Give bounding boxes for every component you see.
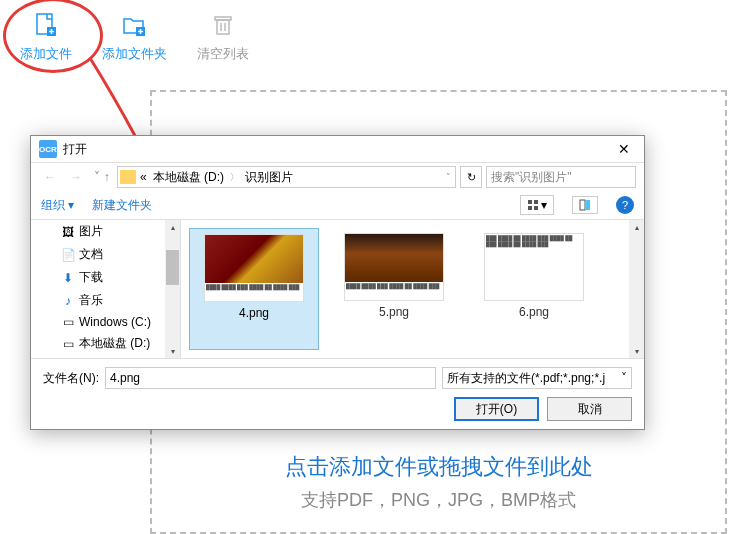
folder-tree: 🖼图片 📄文档 ⬇下载 ♪音乐 ▭Windows (C:) ▭本地磁盘 (D:)… (31, 220, 181, 358)
add-file-button[interactable]: 添加文件 (20, 10, 72, 63)
add-file-icon (26, 10, 66, 40)
file-open-dialog: OCR 打开 ✕ ← → ˅ ↑ « 本地磁盘 (D:) 〉 识别图片 ˅ ↻ … (30, 135, 645, 430)
documents-icon: 📄 (61, 248, 75, 262)
help-button[interactable]: ? (616, 196, 634, 214)
open-button[interactable]: 打开(O) (454, 397, 539, 421)
file-thumbnail: ████ ████ ███ ████ ██ ████ ███ (344, 233, 444, 301)
search-placeholder: 搜索"识别图片" (491, 169, 572, 186)
refresh-button[interactable]: ↻ (460, 166, 482, 188)
dialog-body: 🖼图片 📄文档 ⬇下载 ♪音乐 ▭Windows (C:) ▭本地磁盘 (D:)… (31, 220, 644, 359)
organize-button[interactable]: 组织 ▾ (41, 197, 74, 214)
svg-rect-8 (215, 17, 231, 20)
tree-scrollbar[interactable]: ▴ ▾ (165, 220, 180, 358)
chevron-icon: 〉 (228, 171, 241, 184)
dialog-toolbar: 组织 ▾ 新建文件夹 ▾ ? (31, 191, 644, 220)
svg-rect-7 (217, 20, 229, 34)
file-thumbnail: ███ ████ ██ ████ ███ ████ ██ ███ ████ ██… (484, 233, 584, 301)
add-file-label: 添加文件 (20, 45, 72, 63)
tree-pictures[interactable]: 🖼图片 (31, 220, 180, 243)
filename-label: 文件名(N): (43, 370, 99, 387)
top-toolbar: 添加文件 添加文件夹 清空列表 (0, 0, 747, 73)
folder-icon (120, 170, 136, 184)
svg-rect-16 (580, 200, 585, 210)
drive-icon: ▭ (61, 337, 75, 351)
dialog-title-text: 打开 (63, 141, 612, 158)
file-thumbnail: ████ ████ ███ ████ ██ ████ ███ (204, 234, 304, 302)
filename-input[interactable] (105, 367, 436, 389)
new-folder-button[interactable]: 新建文件夹 (92, 197, 152, 214)
dropzone-main-text: 点击添加文件或拖拽文件到此处 (285, 452, 593, 482)
file-item[interactable]: ███ ████ ██ ████ ███ ████ ██ ███ ████ ██… (469, 228, 599, 350)
close-button[interactable]: ✕ (612, 141, 636, 157)
file-name: 5.png (379, 305, 409, 319)
breadcrumb[interactable]: « 本地磁盘 (D:) 〉 识别图片 ˅ (117, 166, 456, 188)
svg-rect-14 (528, 206, 532, 210)
file-item-selected[interactable]: ████ ████ ███ ████ ██ ████ ███ 4.png (189, 228, 319, 350)
file-name: 6.png (519, 305, 549, 319)
breadcrumb-folder[interactable]: 识别图片 (243, 169, 295, 186)
add-folder-button[interactable]: 添加文件夹 (102, 10, 167, 63)
add-folder-icon (115, 10, 155, 40)
file-name: 4.png (239, 306, 269, 320)
cancel-button[interactable]: 取消 (547, 397, 632, 421)
up-button[interactable]: ˅ ↑ (91, 166, 113, 188)
back-button[interactable]: ← (39, 166, 61, 188)
add-folder-label: 添加文件夹 (102, 45, 167, 63)
dropzone-sub-text: 支持PDF，PNG，JPG，BMP格式 (301, 488, 576, 512)
breadcrumb-drive[interactable]: 本地磁盘 (D:) (151, 169, 226, 186)
filter-select[interactable]: 所有支持的文件(*.pdf;*.png;*.j˅ (442, 367, 632, 389)
search-input[interactable]: 搜索"识别图片" (486, 166, 636, 188)
dialog-bottom: 文件名(N): 所有支持的文件(*.pdf;*.png;*.j˅ 打开(O) 取… (31, 359, 644, 429)
tree-documents[interactable]: 📄文档 (31, 243, 180, 266)
svg-rect-17 (586, 200, 590, 210)
svg-rect-13 (534, 200, 538, 204)
chevron-down-icon[interactable]: ˅ (444, 172, 453, 182)
music-icon: ♪ (61, 294, 75, 308)
drive-icon: ▭ (61, 315, 75, 329)
pictures-icon: 🖼 (61, 225, 75, 239)
file-list: ████ ████ ███ ████ ██ ████ ███ 4.png ███… (181, 220, 644, 358)
clear-list-button[interactable]: 清空列表 (197, 10, 249, 63)
tree-local-d[interactable]: ▭本地磁盘 (D:) (31, 332, 180, 355)
tree-windows-c[interactable]: ▭Windows (C:) (31, 312, 180, 332)
breadcrumb-prefix: « (138, 170, 149, 184)
forward-button[interactable]: → (65, 166, 87, 188)
tree-music[interactable]: ♪音乐 (31, 289, 180, 312)
files-scrollbar[interactable]: ▴ ▾ (629, 220, 644, 358)
dialog-title-bar: OCR 打开 ✕ (31, 136, 644, 163)
svg-rect-12 (528, 200, 532, 204)
preview-pane-button[interactable] (572, 196, 598, 214)
svg-rect-15 (534, 206, 538, 210)
file-item[interactable]: ████ ████ ███ ████ ██ ████ ███ 5.png (329, 228, 459, 350)
downloads-icon: ⬇ (61, 271, 75, 285)
trash-icon (203, 10, 243, 40)
tree-downloads[interactable]: ⬇下载 (31, 266, 180, 289)
view-mode-button[interactable]: ▾ (520, 195, 554, 215)
app-icon: OCR (39, 140, 57, 158)
clear-list-label: 清空列表 (197, 45, 249, 63)
nav-bar: ← → ˅ ↑ « 本地磁盘 (D:) 〉 识别图片 ˅ ↻ 搜索"识别图片" (31, 163, 644, 191)
